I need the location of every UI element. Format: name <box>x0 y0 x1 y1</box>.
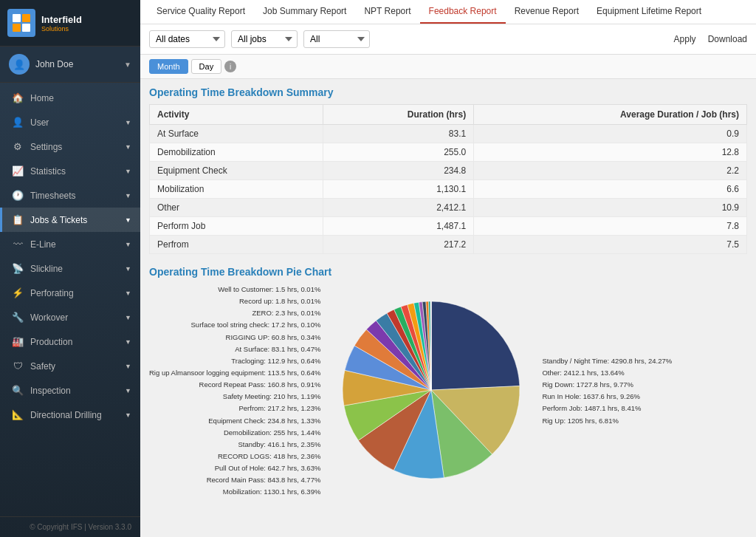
sidebar: Interfield Solutions 👤 John Doe ▼ 🏠 Home… <box>0 0 140 537</box>
day-toggle[interactable]: Day <box>191 59 222 74</box>
date-bar: Month Day i <box>140 55 756 79</box>
jobs-icon: 📋 <box>11 214 24 225</box>
cell-duration: 83.1 <box>323 125 474 143</box>
apply-button[interactable]: Apply <box>674 34 696 44</box>
cell-duration: 255.0 <box>323 143 474 162</box>
sidebar-item-label: Directional Drilling <box>30 410 122 420</box>
submenu-job-summary[interactable]: Job Summary Report <box>254 0 355 24</box>
logo-area: Interfield Solutions <box>0 0 140 47</box>
sidebar-item-production[interactable]: 🏭 Production ▼ <box>0 329 140 354</box>
job-filter[interactable]: All jobs <box>231 30 298 48</box>
legend-item: RECORD LOGS: 418 hrs, 2.36% <box>149 451 320 462</box>
statistics-icon: 📈 <box>11 165 24 177</box>
cell-activity: At Surface <box>150 125 323 143</box>
drilling-icon: 📐 <box>11 409 24 420</box>
slickline-icon: 📡 <box>11 263 24 274</box>
logo-icon <box>7 9 35 37</box>
cell-avg: 0.9 <box>474 125 747 143</box>
date-filter[interactable]: All dates Last 7 days Last 30 days <box>149 30 225 48</box>
timesheets-icon: 🕐 <box>11 190 24 201</box>
production-icon: 🏭 <box>11 336 24 347</box>
avatar: 👤 <box>9 54 30 75</box>
table-row: Mobilization 1,130.1 6.6 <box>150 180 747 199</box>
cell-avg: 7.5 <box>474 236 747 254</box>
cell-activity: Mobilization <box>150 180 323 199</box>
cell-avg: 6.6 <box>474 180 747 199</box>
legend-item: Record Repeat Pass: 160.8 hrs, 0.91% <box>149 379 320 391</box>
sidebar-item-slickline[interactable]: 📡 Slickline ▼ <box>0 256 140 281</box>
sidebar-item-timesheets[interactable]: 🕐 Timesheets ▼ <box>0 183 140 208</box>
table-row: Perform Job 1,487.1 7.8 <box>150 217 747 236</box>
submenu-equipment-lifetime[interactable]: Equipment Lifetime Report <box>588 0 710 24</box>
legend-item: Record Main Pass: 843.8 hrs, 4.77% <box>149 474 320 486</box>
download-button[interactable]: Download <box>708 34 747 44</box>
legend-item: Demobilization: 255 hrs, 1.44% <box>149 427 320 439</box>
sidebar-item-settings[interactable]: ⚙ Settings ▼ <box>0 134 140 159</box>
legend-item: Equipment Check: 234.8 hrs, 1.33% <box>149 415 320 427</box>
submenu-revenue-report[interactable]: Revenue Report <box>506 0 588 24</box>
info-icon[interactable]: i <box>224 61 236 72</box>
legend-item: At Surface: 83.1 hrs, 0.47% <box>149 343 320 355</box>
sidebar-item-home[interactable]: 🏠 Home <box>0 86 140 110</box>
cell-activity: Perfrom <box>150 236 323 254</box>
sidebar-item-eline[interactable]: 〰 E-Line ▼ <box>0 232 140 256</box>
svg-rect-2 <box>13 24 21 32</box>
sidebar-item-workover[interactable]: 🔧 Workover ▼ <box>0 305 140 329</box>
legend-item: Standby: 416.1 hrs, 2.35% <box>149 439 320 451</box>
settings-icon: ⚙ <box>11 141 24 152</box>
sidebar-item-jobs-tickets[interactable]: 📋 Jobs & Tickets ▼ <box>0 208 140 232</box>
third-filter[interactable]: All <box>303 30 370 48</box>
cell-avg: 2.2 <box>474 162 747 180</box>
sidebar-item-label: Inspection <box>30 386 122 396</box>
cell-avg: 12.8 <box>474 143 747 162</box>
svg-rect-0 <box>13 14 21 22</box>
sidebar-item-perforating[interactable]: ⚡ Perforating ▼ <box>0 281 140 305</box>
safety-icon: 🛡 <box>11 360 24 372</box>
sidebar-item-label: Safety <box>30 361 122 372</box>
month-toggle[interactable]: Month <box>149 59 188 74</box>
col-header-duration: Duration (hrs) <box>323 105 474 125</box>
submenu-npt-report[interactable]: NPT Report <box>355 0 419 24</box>
workover-icon: 🔧 <box>11 312 24 323</box>
col-header-activity: Activity <box>150 105 323 125</box>
main-area: Service Quality Report Job Summary Repor… <box>140 0 756 537</box>
legend-item: Rig Up: 1205 hrs, 6.81% <box>542 415 672 427</box>
legend-item: Tracloging: 112.9 hrs, 0.64% <box>149 355 320 367</box>
legend-item: Pull Out of Hole: 642.7 hrs, 3.63% <box>149 462 320 474</box>
eline-icon: 〰 <box>11 239 24 250</box>
summary-table: Activity Duration (hrs) Average Duration… <box>149 104 747 254</box>
logo-title: Interfield <box>41 14 82 25</box>
legend-item: Surface tool string check: 17.2 hrs, 0.1… <box>149 319 320 331</box>
cell-activity: Equipment Check <box>150 162 323 180</box>
sidebar-item-label: Production <box>30 337 122 347</box>
chevron-down-icon: ▼ <box>125 192 131 199</box>
sidebar-item-inspection[interactable]: 🔍 Inspection ▼ <box>0 378 140 403</box>
cell-activity: Perform Job <box>150 217 323 236</box>
sidebar-item-statistics[interactable]: 📈 Statistics ▼ <box>0 159 140 183</box>
sidebar-item-directional-drilling[interactable]: 📐 Directional Drilling ▼ <box>0 403 140 427</box>
submenu-service-quality[interactable]: Service Quality Report <box>148 0 254 24</box>
legend-item: Rig Down: 1727.8 hrs, 9.77% <box>542 379 672 391</box>
svg-rect-3 <box>22 24 30 32</box>
home-icon: 🏠 <box>11 92 24 103</box>
table-row: Demobilization 255.0 12.8 <box>150 143 747 162</box>
submenu-feedback-report[interactable]: Feedback Report <box>420 0 506 24</box>
legend-item: Perform Job: 1487.1 hrs, 8.41% <box>542 403 672 414</box>
sidebar-item-safety[interactable]: 🛡 Safety ▼ <box>0 354 140 378</box>
pie-chart-section: Operating Time Breakdown Pie Chart Well … <box>149 266 747 499</box>
table-row: Perfrom 217.2 7.5 <box>150 236 747 254</box>
cell-activity: Other <box>150 199 323 217</box>
svg-rect-1 <box>22 14 30 22</box>
sidebar-item-label: Workover <box>30 312 122 323</box>
chevron-down-icon: ▼ <box>125 338 131 346</box>
user-area[interactable]: 👤 John Doe ▼ <box>0 47 140 83</box>
sidebar-item-label: Settings <box>30 142 122 152</box>
legend-item: Well to Customer: 1.5 hrs, 0.01% <box>149 284 320 295</box>
user-name: John Doe <box>35 59 124 69</box>
sidebar-item-user[interactable]: 👤 User ▼ <box>0 110 140 134</box>
main-content: Operating Time Breakdown Summary Activit… <box>140 79 756 537</box>
filters-bar: All dates Last 7 days Last 30 days All j… <box>140 24 756 55</box>
perforating-icon: ⚡ <box>11 287 24 298</box>
cell-duration: 1,487.1 <box>323 217 474 236</box>
col-header-avg: Average Duration / Job (hrs) <box>474 105 747 125</box>
